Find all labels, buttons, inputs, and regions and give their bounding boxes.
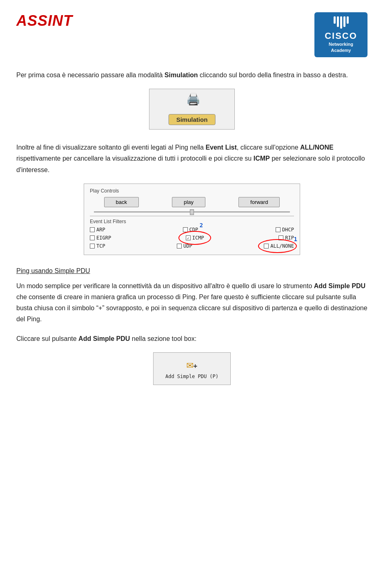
slider-track [94,211,290,213]
slider-thumb [190,209,194,215]
filter-tcp: TCP [90,243,105,249]
cdp-label: CDP [189,227,198,233]
filter-row-2: EIGRP ICMP RIP [90,235,294,241]
icmp-checkbox[interactable] [186,235,191,240]
dhcp-checkbox[interactable] [276,227,281,232]
back-button[interactable]: back [104,197,139,207]
filters-label: Event List Filters [90,219,294,224]
dhcp-label: DHCP [282,227,294,233]
ping-heading: Ping usando Simple PDU [16,267,368,275]
bar2 [337,16,339,27]
arp-label: ARP [96,227,105,233]
filter-allnone: 1 ALL/NONE [264,243,294,249]
cisco-logo-subtext: NetworkingAcademy [329,41,353,53]
playback-slider[interactable] [90,211,294,213]
badge-2: 2 [200,222,203,228]
controls-image-container: Play Controls back play forward Event Li… [16,184,368,255]
tcp-label: TCP [96,243,105,249]
play-button[interactable]: play [172,197,205,207]
filter-arp: ARP [90,227,105,233]
simulation-button-label: Simulation [169,114,216,125]
filter-icmp: ICMP [186,235,204,241]
rip-label: RIP [285,235,294,241]
udp-checkbox[interactable] [177,244,182,249]
filter-rip: RIP [278,235,294,241]
play-controls-label: Play Controls [90,188,294,194]
pdu-label: Add Simple PDU (P) [165,374,218,379]
bar4 [343,16,345,27]
paragraph4: Cliccare sul pulsante Add Simple PDU nel… [16,333,368,344]
filter-row-1: ARP CDP 2 DHCP [90,227,294,233]
simulation-icon: 🖨️ [186,92,200,106]
simulation-image: 🖨️ Simulation [149,89,235,130]
filter-eigrp: EIGRP [90,235,111,241]
udp-label: UDP [183,243,192,249]
bar5 [347,16,349,24]
tcp-checkbox[interactable] [90,244,95,249]
bar1 [334,16,336,24]
event-list-filters: Event List Filters ARP CDP 2 [90,219,294,249]
allnone-label: ALL/NONE [270,243,294,249]
paragraph2: Inoltre al fine di visualizzare soltanto… [16,142,368,175]
badge-1: 1 [294,236,297,242]
cdp-checkbox[interactable] [183,227,188,232]
cisco-logo-text: CISCO [325,31,357,41]
controls-box: Play Controls back play forward Event Li… [84,184,300,255]
rip-checkbox[interactable] [278,235,283,240]
filter-cdp: CDP 2 [183,227,198,233]
filter-rows: ARP CDP 2 DHCP EIGRP [90,227,294,249]
arp-checkbox[interactable] [90,227,95,232]
simulation-image-container: 🖨️ Simulation [16,89,368,130]
paragraph1: Per prima cosa è necessario passare alla… [16,69,368,81]
filter-row-3: TCP UDP 1 ALL/NONE [90,243,294,249]
pdu-image: ✉️+ Add Simple PDU (P) [153,352,231,385]
pdu-icon: ✉️+ [187,358,198,371]
forward-button[interactable]: forward [238,197,280,207]
bar3 [340,16,342,29]
divider [90,216,294,216]
controls-buttons-row: back play forward [90,197,294,207]
pdu-image-container: ✉️+ Add Simple PDU (P) [16,352,368,385]
filter-dhcp: DHCP [276,227,294,233]
icmp-label: ICMP [192,235,204,241]
page-title: ASSINT [16,12,73,29]
cisco-logo: CISCO NetworkingAcademy [314,12,368,57]
eigrp-label: EIGRP [96,235,111,241]
allnone-checkbox[interactable] [264,244,269,249]
eigrp-checkbox[interactable] [90,235,95,240]
page-header: ASSINT CISCO NetworkingAcademy [16,12,368,57]
cisco-logo-bars [334,16,349,29]
filter-udp: UDP [177,243,192,249]
paragraph3: Un modo semplice per verificare la conne… [16,280,368,325]
